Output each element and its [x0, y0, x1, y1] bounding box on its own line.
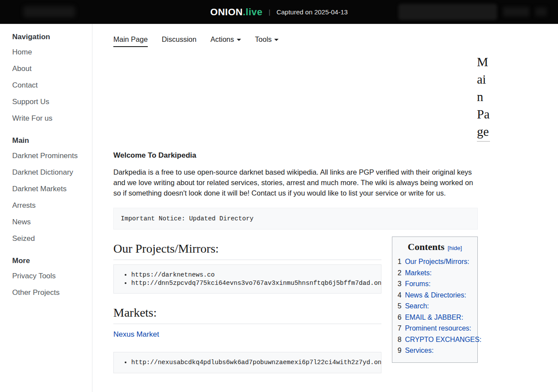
toc-link-crypto-exchanges[interactable]: CRYPTO EXCHANGES:	[405, 336, 481, 343]
brand-name: ONION	[210, 7, 243, 18]
toc-link-email-jabber[interactable]: EMAIL & JABBER:	[405, 314, 463, 321]
toc-item-number: 9	[398, 347, 401, 354]
tab-main-page[interactable]: Main Page	[113, 35, 148, 47]
toc-item: 1Our Projects/Mirrors:	[398, 256, 472, 267]
sidebar-item-seized[interactable]: Seized	[12, 230, 88, 247]
intro-paragraph: Darkpedia is a free to use open-source d…	[113, 167, 478, 198]
toc-item-number: 7	[398, 324, 401, 332]
main-content: Main Page Discussion Actions Tools Main …	[92, 24, 558, 392]
toc-item: 2Markets:	[398, 267, 472, 279]
market-url: http://nexusabcdkq4pdlubs6wk6ad7pobuwnza…	[131, 358, 374, 367]
toc-item-number: 4	[398, 291, 401, 299]
section-heading-markets: Markets:	[113, 306, 381, 324]
toc-link-news-directories[interactable]: News & Directories:	[405, 291, 466, 299]
menu-button[interactable]	[535, 7, 547, 16]
sidebar-item-home[interactable]: Home	[12, 44, 88, 61]
toc-item: 3Forums:	[398, 278, 472, 290]
toc-item-number: 5	[398, 302, 401, 310]
brand-tld: .live	[243, 7, 262, 18]
sidebar-item-support-us[interactable]: Support Us	[12, 94, 88, 110]
sidebar-section-more: More Privacy Tools Other Projects	[12, 257, 88, 301]
sidebar-item-darknet-dictionary[interactable]: Darknet Dictionary	[12, 164, 88, 181]
toc-link-markets[interactable]: Markets:	[405, 269, 432, 277]
article-tab-bar: Main Page Discussion Actions Tools	[113, 35, 478, 47]
toc-link-our-projects[interactable]: Our Projects/Mirrors:	[405, 258, 470, 265]
toc-hide-link[interactable]: [hide]	[448, 245, 462, 251]
site-logo[interactable]	[24, 6, 75, 17]
toc-item: 4News & Directories:	[398, 290, 472, 301]
toc-link-prominent-resources[interactable]: Prominent resources:	[405, 324, 471, 332]
sidebar-heading-more: More	[12, 257, 88, 265]
toc-item: 6EMAIL & JABBER:	[398, 312, 472, 323]
sidebar-item-darknet-prominents[interactable]: Darknet Prominents	[12, 148, 88, 164]
sidebar-item-write-for-us[interactable]: Write For us	[12, 110, 88, 127]
url-block-projects: https://darknetnews.co http://dnn5zpcvdq…	[113, 264, 381, 294]
welcome-heading: Welcome To Darkipedia	[113, 151, 478, 160]
page-title: Main Page	[477, 53, 490, 142]
nexus-market-link[interactable]: Nexus Market	[113, 330, 159, 339]
header-controls	[398, 4, 547, 20]
section-heading-our-projects: Our Projects/Mirrors:	[113, 242, 381, 260]
sidebar-item-news[interactable]: News	[12, 214, 88, 230]
toc-item-number: 3	[398, 280, 401, 287]
search-input[interactable]	[398, 4, 497, 20]
sidebar-section-main: Main Darknet Prominents Darknet Dictiona…	[12, 136, 88, 247]
sidebar-item-about[interactable]: About	[12, 61, 88, 77]
sidebar-item-darknet-markets[interactable]: Darknet Markets	[12, 181, 88, 197]
top-header-bar: ONION.live | Captured on 2025-04-13	[0, 0, 558, 24]
sidebar-item-arrests[interactable]: Arrests	[12, 197, 88, 214]
sidebar-item-contact[interactable]: Contact	[12, 77, 88, 94]
project-url: https://darknetnews.co	[131, 271, 374, 279]
sidebar-heading-main: Main	[12, 136, 88, 145]
sidebar-item-other-projects[interactable]: Other Projects	[12, 284, 88, 301]
toc-link-forums[interactable]: Forums:	[405, 280, 431, 287]
tab-tools[interactable]: Tools	[255, 35, 279, 47]
url-block-markets: http://nexusabcdkq4pdlubs6wk6ad7pobuwnza…	[113, 352, 381, 373]
toc-item: 5Search:	[398, 301, 472, 312]
tab-tools-label: Tools	[255, 35, 272, 43]
toc-item: 9Services:	[398, 345, 472, 356]
project-url: http://dnn5zpcvdq775kci64evns3vo767av3xi…	[131, 279, 374, 287]
tab-actions-label: Actions	[211, 35, 234, 43]
divider: |	[269, 8, 270, 16]
sidebar: Navigation Home About Contact Support Us…	[0, 24, 92, 392]
search-button[interactable]	[503, 7, 529, 17]
toc-item-number: 8	[398, 336, 401, 343]
toc-item-number: 1	[398, 258, 401, 265]
toc-title: Contents	[408, 241, 444, 252]
toc-link-services[interactable]: Services:	[405, 347, 434, 354]
tab-actions[interactable]: Actions	[211, 35, 241, 47]
captured-date-label: Captured on 2025-04-13	[276, 8, 347, 16]
toc-item-number: 6	[398, 314, 401, 321]
sidebar-section-navigation: Navigation Home About Contact Support Us…	[12, 33, 88, 127]
capture-banner: ONION.live | Captured on 2025-04-13	[210, 0, 347, 24]
toc-link-search[interactable]: Search:	[405, 302, 429, 310]
sidebar-heading-navigation: Navigation	[12, 33, 88, 41]
sidebar-item-privacy-tools[interactable]: Privacy Tools	[12, 268, 88, 284]
notice-box: Important Notice: Updated Directory	[113, 208, 478, 230]
toc-item-number: 2	[398, 269, 401, 277]
toc-item: 7Prominent resources:	[398, 323, 472, 334]
toc-item: 8CRYPTO EXCHANGES:	[398, 334, 472, 345]
toc-header: Contents[hide]	[398, 241, 472, 253]
chevron-down-icon	[237, 39, 241, 41]
tab-discussion[interactable]: Discussion	[162, 35, 197, 47]
table-of-contents: Contents[hide] 1Our Projects/Mirrors: 2M…	[392, 237, 478, 363]
chevron-down-icon	[274, 39, 279, 41]
